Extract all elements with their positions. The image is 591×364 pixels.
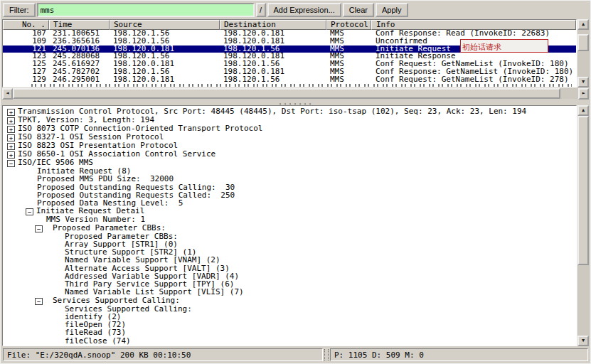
collapse-icon[interactable]: − xyxy=(7,160,15,167)
scroll-left-icon[interactable]: ◄ xyxy=(2,88,13,100)
cell-source[interactable]: 198.120.1.56 xyxy=(110,68,220,76)
cell-time[interactable]: 245.782702 xyxy=(49,68,110,76)
cell-info[interactable]: Initiate Response xyxy=(371,53,576,60)
vscroll-track[interactable] xyxy=(577,51,589,77)
cell-source[interactable]: 198.120.0.181 xyxy=(110,60,220,68)
cell-destination[interactable]: 198.120.1.56 xyxy=(220,60,326,68)
cell-source[interactable]: 198.120.1.56 xyxy=(110,53,220,60)
packet-row[interactable]: 123245.288068198.120.1.56198.120.0.181MM… xyxy=(3,53,576,60)
status-counts-text: P: 1105 D: 509 M: 0 xyxy=(334,350,424,360)
expand-icon[interactable]: + xyxy=(7,117,15,124)
cell-no[interactable]: 129 xyxy=(3,76,49,84)
collapse-icon[interactable]: − xyxy=(35,225,43,232)
splitter-grip-dots: ....... xyxy=(278,101,313,104)
packet-row[interactable]: 107231.100651198.120.1.56198.120.0.181MM… xyxy=(3,30,576,38)
cell-destination[interactable]: 198.120.1.56 xyxy=(220,76,326,84)
column-header-no[interactable]: No. . xyxy=(3,20,49,30)
cell-info[interactable]: Conf Response: Read (InvokeID: 22683) xyxy=(371,30,576,38)
cell-destination[interactable]: 198.120.0.181 xyxy=(220,68,326,76)
packet-detail-pane: +Transmission Control Protocol, Src Port… xyxy=(2,105,589,346)
cell-info[interactable]: Conf Response: GetNameList (InvokeID: 18… xyxy=(371,68,576,76)
status-bar: File: "E:/320qdA.snoop" 200 KB 00:10:50 … xyxy=(1,346,590,363)
cell-protocol[interactable]: MMS xyxy=(326,38,371,46)
add-expression-button[interactable]: Add Expression... xyxy=(267,3,341,17)
scroll-right-icon[interactable]: ► xyxy=(578,88,589,100)
column-header-protocol[interactable]: Protocol xyxy=(326,20,371,30)
cell-no[interactable]: 125 xyxy=(3,60,49,68)
hscroll-thumb[interactable] xyxy=(13,88,560,99)
expand-icon[interactable]: + xyxy=(7,143,15,150)
packet-list-vscrollbar[interactable]: ▲ ▼ xyxy=(577,19,589,87)
cell-time[interactable]: 246.295001 xyxy=(49,76,110,84)
annotation-box: 初始话请求 xyxy=(460,39,548,53)
packet-list-header: No. . Time Source Destination Protocol I… xyxy=(3,20,576,30)
vscroll-track[interactable] xyxy=(577,265,589,336)
clipped-packet-row xyxy=(31,84,572,87)
column-header-info[interactable]: Info xyxy=(371,20,576,30)
hscroll-track[interactable] xyxy=(560,88,578,99)
cell-destination[interactable]: 198.120.0.181 xyxy=(220,38,326,46)
status-file-text: File: "E:/320qdA.snoop" 200 KB 00:10:50 xyxy=(7,350,191,360)
apply-button[interactable]: Apply xyxy=(376,3,408,17)
cell-destination[interactable]: 198.120.0.181 xyxy=(220,30,326,38)
cell-time[interactable]: 245.288068 xyxy=(49,53,110,60)
clear-button[interactable]: Clear xyxy=(343,3,374,17)
cell-no[interactable]: 123 xyxy=(3,53,49,60)
cell-no[interactable]: 121 xyxy=(3,46,49,53)
scroll-up-icon[interactable]: ▲ xyxy=(577,105,589,116)
cell-protocol[interactable]: MMS xyxy=(326,76,371,84)
cell-protocol[interactable]: MMS xyxy=(326,30,371,38)
filter-input[interactable] xyxy=(37,3,255,17)
expand-icon[interactable]: + xyxy=(7,109,15,116)
cell-destination[interactable]: 198.120.1.56 xyxy=(220,46,326,53)
cell-protocol[interactable]: MMS xyxy=(326,46,371,53)
cell-source[interactable]: 198.120.1.56 xyxy=(110,38,220,46)
filter-button[interactable]: Filter: xyxy=(3,3,36,17)
packet-rows: 107231.100651198.120.1.56198.120.0.181MM… xyxy=(3,30,576,84)
filter-toolbar: Filter: / Add Expression... Clear Apply xyxy=(1,1,590,19)
packet-row[interactable]: 125245.616927198.120.0.181198.120.1.56MM… xyxy=(3,60,576,68)
collapse-icon[interactable]: − xyxy=(26,208,33,215)
cell-destination[interactable]: 198.120.0.181 xyxy=(220,53,326,60)
packet-row[interactable]: 127245.782702198.120.1.56198.120.0.181MM… xyxy=(3,68,576,76)
cell-protocol[interactable]: MMS xyxy=(326,68,371,76)
detail-vscrollbar[interactable]: ▲ ▼ xyxy=(577,105,589,346)
ethereal-window: Filter: / Add Expression... Clear Apply … xyxy=(0,0,591,364)
pane-splitter[interactable]: ....... xyxy=(1,99,590,105)
cell-source[interactable]: 198.120.1.56 xyxy=(110,30,220,38)
cell-no[interactable]: 127 xyxy=(3,68,49,76)
status-file-info: File: "E:/320qdA.snoop" 200 KB 00:10:50 xyxy=(3,348,323,361)
cell-protocol[interactable]: MMS xyxy=(326,53,371,60)
status-resize-handle[interactable] xyxy=(324,349,329,360)
cell-time[interactable]: 231.100651 xyxy=(49,30,110,38)
packet-list-pane: No. . Time Source Destination Protocol I… xyxy=(1,19,590,99)
vscroll-thumb[interactable] xyxy=(577,116,589,265)
cell-time[interactable]: 236.365616 xyxy=(49,38,110,46)
cell-time[interactable]: 245.070136 xyxy=(49,46,110,53)
packet-list-hscrollbar[interactable]: ◄ ► xyxy=(2,88,589,99)
expand-icon[interactable]: + xyxy=(7,126,15,133)
column-header-source[interactable]: Source xyxy=(110,20,220,30)
column-header-destination[interactable]: Destination xyxy=(220,20,326,30)
cell-no[interactable]: 109 xyxy=(3,38,49,46)
detail-tree: +Transmission Control Protocol, Src Port… xyxy=(2,105,577,346)
scroll-down-icon[interactable]: ▼ xyxy=(577,77,589,87)
annotation-text: 初始话请求 xyxy=(462,43,501,51)
cell-time[interactable]: 245.616927 xyxy=(49,60,110,68)
cell-source[interactable]: 198.120.0.181 xyxy=(110,76,220,84)
filter-dropdown-button[interactable]: / xyxy=(256,3,266,17)
packet-row[interactable]: 129246.295001198.120.0.181198.120.1.56MM… xyxy=(3,76,576,84)
scroll-down-icon[interactable]: ▼ xyxy=(577,336,589,346)
cell-no[interactable]: 107 xyxy=(3,30,49,38)
collapse-icon[interactable]: − xyxy=(35,298,43,305)
cell-source[interactable]: 198.120.0.181 xyxy=(110,46,220,53)
column-header-time[interactable]: Time xyxy=(49,20,110,30)
expand-icon[interactable]: + xyxy=(7,134,15,141)
scroll-up-icon[interactable]: ▲ xyxy=(577,19,589,30)
vscroll-thumb[interactable] xyxy=(577,34,589,51)
cell-protocol[interactable]: MMS xyxy=(326,60,371,68)
cell-info[interactable]: Conf Request: GetNameList (InvokeID: 278… xyxy=(371,76,576,84)
packet-list: No. . Time Source Destination Protocol I… xyxy=(2,19,577,87)
cell-info[interactable]: Conf Request: GetNameList (InvokeID: 180… xyxy=(371,60,576,68)
expand-icon[interactable]: + xyxy=(7,151,15,159)
